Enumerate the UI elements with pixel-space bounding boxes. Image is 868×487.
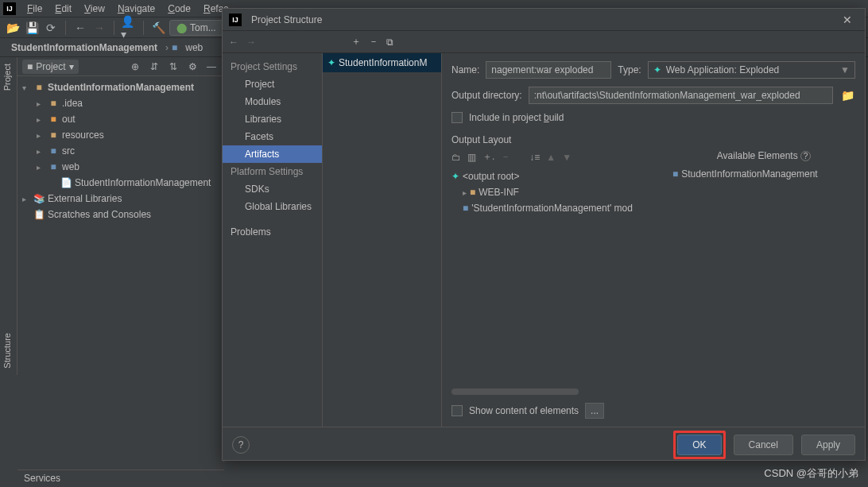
copy-icon[interactable]: ⧉ — [386, 37, 393, 48]
cat-artifacts[interactable]: Artifacts — [223, 145, 322, 163]
watermark: CSDN @谷哥的小弟 — [764, 466, 858, 481]
category-list: Project Settings Project Modules Librari… — [223, 53, 323, 427]
remove-icon[interactable]: － — [369, 35, 378, 48]
save-icon[interactable]: 💾 — [24, 20, 40, 36]
collapse-all-icon[interactable]: ⇅ — [166, 61, 180, 72]
cat-libraries[interactable]: Libraries — [223, 110, 322, 128]
output-layout-label: Output Layout — [451, 134, 855, 145]
menu-view[interactable]: View — [78, 1, 111, 17]
cat-sdks[interactable]: SDKs — [223, 180, 322, 198]
output-layout-tree[interactable]: ✦<output root> ▸■WEB-INF ■'StudentInform… — [451, 168, 663, 216]
hide-icon[interactable]: — — [204, 61, 219, 72]
artifact-item[interactable]: ✦StudentInformationM — [323, 53, 441, 72]
ok-highlight-box: OK — [673, 431, 725, 459]
folder-icon: ■ — [172, 42, 177, 53]
horizontal-scrollbar[interactable] — [451, 388, 579, 395]
ide-logo: IJ — [3, 2, 16, 15]
dialog-footer: ? OK Cancel Apply — [223, 427, 865, 462]
available-elements-tree[interactable]: ■StudentInformationManagement — [672, 166, 855, 182]
build-icon[interactable]: 🔨 — [150, 20, 166, 36]
show-content-label: Show content of elements — [469, 405, 579, 416]
available-elements-label: Available Elements? — [672, 150, 855, 161]
forward-icon[interactable]: → — [246, 37, 256, 48]
sort-icon[interactable]: ↓≡ — [529, 152, 540, 163]
services-tool-button[interactable]: Services — [17, 470, 224, 487]
cat-header-platform-settings: Platform Settings — [223, 163, 322, 180]
output-dir-label: Output directory: — [451, 90, 522, 101]
forward-icon[interactable]: → — [91, 20, 107, 36]
artifact-details: Name: Type: ✦Web Application: Exploded▼ … — [442, 53, 865, 427]
menu-code[interactable]: Code — [161, 1, 197, 17]
cat-modules[interactable]: Modules — [223, 93, 322, 110]
type-label: Type: — [618, 64, 641, 75]
new-file-icon[interactable]: ▥ — [467, 152, 476, 163]
type-dropdown[interactable]: ✦Web Application: Exploded▼ — [648, 61, 855, 79]
cat-header-project-settings: Project Settings — [223, 58, 322, 75]
cat-project[interactable]: Project — [223, 75, 322, 93]
show-content-checkbox[interactable] — [451, 405, 463, 416]
artifact-list[interactable]: ✦StudentInformationM — [323, 53, 442, 427]
cancel-button[interactable]: Cancel — [734, 435, 793, 455]
back-icon[interactable]: ← — [229, 37, 238, 48]
crumb-project[interactable]: StudentInformationManagement — [6, 41, 162, 55]
output-dir-field[interactable] — [529, 87, 833, 104]
project-structure-dialog: IJ Project Structure ✕ ← → ＋ － ⧉ Project… — [222, 8, 866, 461]
apply-button[interactable]: Apply — [801, 435, 855, 455]
name-field[interactable] — [486, 61, 611, 79]
project-tool-window: ■Project▾ ⊕ ⇵ ⇅ ⚙ — ▾■StudentInformation… — [17, 57, 224, 462]
ok-button[interactable]: OK — [677, 435, 721, 455]
down-icon[interactable]: ▼ — [562, 152, 572, 163]
dialog-titlebar[interactable]: IJ Project Structure ✕ — [223, 9, 865, 31]
dialog-logo: IJ — [229, 14, 242, 26]
sidetab-structure[interactable]: Structure — [0, 327, 14, 375]
open-icon[interactable]: 📂 — [5, 20, 21, 36]
sidetab-project[interactable]: Project — [0, 57, 14, 97]
cat-problems[interactable]: Problems — [223, 223, 322, 241]
cat-global-libraries[interactable]: Global Libraries — [223, 198, 322, 215]
include-in-build-label: Include in project build — [469, 112, 564, 123]
crumb-web[interactable]: web — [180, 41, 207, 55]
new-folder-icon[interactable]: 🗀 — [451, 152, 461, 163]
layout-toolbar: 🗀 ▥ ＋. － ↓≡ ▲ ▼ — [451, 150, 663, 164]
include-in-build-checkbox[interactable] — [451, 112, 463, 123]
back-icon[interactable]: ← — [72, 20, 88, 36]
project-view-selector[interactable]: ■Project▾ — [22, 60, 79, 74]
select-opened-icon[interactable]: ⊕ — [128, 61, 142, 72]
chevron-right-icon: › — [165, 42, 169, 53]
menu-file[interactable]: File — [21, 1, 48, 17]
project-tree[interactable]: ▾■StudentInformationManagement ▸■.idea ▸… — [17, 76, 223, 226]
dialog-nav-toolbar: ← → ＋ － ⧉ — [223, 31, 865, 53]
help-icon[interactable]: ? — [232, 436, 250, 454]
run-config-selector[interactable]: ⬤Tom... — [169, 20, 223, 36]
more-options-button[interactable]: ... — [585, 403, 604, 419]
settings-gear-icon[interactable]: ⚙ — [185, 61, 200, 72]
dialog-title: Project Structure — [251, 14, 322, 25]
menu-navigate[interactable]: Navigate — [111, 1, 161, 17]
name-label: Name: — [451, 64, 479, 75]
user-icon[interactable]: 👤▾ — [121, 20, 137, 36]
remove-layout-icon[interactable]: － — [501, 150, 510, 164]
up-icon[interactable]: ▲ — [546, 152, 556, 163]
close-icon[interactable]: ✕ — [836, 14, 858, 26]
expand-all-icon[interactable]: ⇵ — [147, 61, 161, 72]
add-copy-icon[interactable]: ＋. — [482, 150, 494, 164]
menu-edit[interactable]: Edit — [48, 1, 78, 17]
cat-facets[interactable]: Facets — [223, 128, 322, 145]
project-pane-header: ■Project▾ ⊕ ⇵ ⇅ ⚙ — — [17, 57, 223, 76]
sync-icon[interactable]: ⟳ — [43, 20, 59, 36]
add-icon[interactable]: ＋ — [351, 35, 361, 48]
left-gutter: Project Structure — [0, 57, 17, 375]
browse-folder-icon[interactable]: 📁 — [839, 87, 855, 103]
